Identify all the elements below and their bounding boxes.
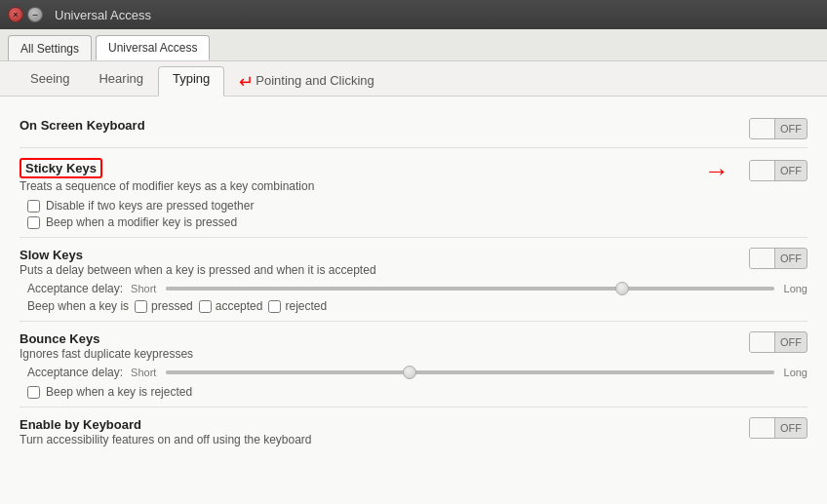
enable-by-keyboard-title: Enable by Keyboard (20, 417, 737, 432)
toggle-off-label: OFF (775, 165, 807, 176)
beep-accepted-label: accepted (216, 299, 263, 313)
sticky-keys-options: Disable if two keys are pressed together… (27, 199, 807, 229)
section-header: Enable by Keyboard Turn accessibility fe… (20, 417, 807, 446)
tabbar: Seeing Hearing Typing ↵Pointing and Clic… (0, 61, 827, 97)
disable-two-keys-checkbox[interactable] (27, 200, 40, 213)
beep-pressed-label: pressed (151, 299, 193, 313)
navbar: All Settings Universal Access (0, 29, 827, 61)
beep-rejected-row[interactable]: Beep when a key is rejected (27, 385, 807, 399)
on-screen-keyboard-toggle[interactable]: OFF (749, 118, 807, 139)
bounce-keys-slider-container: Short Long (131, 367, 807, 378)
tab-seeing[interactable]: Seeing (16, 66, 84, 97)
sticky-keys-title: Sticky Keys (20, 158, 704, 178)
acceptance-delay-label: Acceptance delay: (27, 282, 123, 295)
beep-modifier-row[interactable]: Beep when a modifier key is pressed (27, 215, 807, 229)
slow-keys-title: Slow Keys (20, 248, 737, 262)
bounce-beep-rejected-checkbox[interactable] (27, 386, 40, 399)
tab-typing[interactable]: Typing (158, 66, 224, 97)
toggle-knob (750, 119, 775, 138)
long-label: Long (784, 283, 807, 294)
nav-all-settings[interactable]: All Settings (8, 35, 92, 60)
sticky-keys-desc: Treats a sequence of modifier keys as a … (20, 179, 704, 193)
section-header: Sticky Keys Treats a sequence of modifie… (20, 158, 807, 193)
slow-keys-toggle[interactable]: OFF (749, 248, 807, 269)
slider-track (166, 370, 773, 374)
window-controls: × – (8, 7, 43, 22)
bounce-keys-toggle[interactable]: OFF (749, 331, 807, 353)
beep-accepted-item: accepted (199, 299, 263, 313)
enable-by-keyboard-toggle[interactable]: OFF (749, 417, 807, 439)
titlebar: × – Universal Access (0, 0, 827, 29)
sticky-keys-toggle[interactable]: OFF (749, 160, 807, 181)
sticky-keys-highlight: Sticky Keys (20, 158, 102, 178)
section-sticky-keys: Sticky Keys Treats a sequence of modifie… (20, 148, 807, 238)
short-label: Short (131, 367, 156, 378)
beep-modifier-label: Beep when a modifier key is pressed (46, 215, 237, 229)
acceptance-delay-label: Acceptance delay: (27, 366, 123, 379)
window-title: Universal Access (55, 8, 151, 22)
bounce-keys-delay-row: Acceptance delay: Short Long (27, 366, 807, 379)
disable-two-keys-label: Disable if two keys are pressed together (46, 199, 254, 213)
beep-modifier-checkbox[interactable] (27, 216, 40, 229)
sticky-keys-arrow-icon: → (704, 158, 729, 183)
tab-hearing[interactable]: Hearing (84, 66, 158, 97)
bounce-keys-desc: Ignores fast duplicate keypresses (20, 347, 737, 361)
tab-pointing[interactable]: ↵Pointing and Clicking (224, 66, 388, 97)
minimize-button[interactable]: – (27, 7, 43, 22)
bounce-keys-options: Beep when a key is rejected (27, 385, 807, 399)
nav-universal-access[interactable]: Universal Access (96, 35, 210, 60)
slow-keys-delay-row: Acceptance delay: Short Long (27, 282, 807, 295)
toggle-knob (750, 418, 775, 438)
bounce-beep-rejected-label: Beep when a key is rejected (46, 385, 192, 399)
beep-rejected-label: rejected (285, 299, 327, 313)
section-slow-keys: Slow Keys Puts a delay between when a ke… (20, 238, 807, 322)
short-label: Short (131, 283, 156, 294)
toggle-off-label: OFF (775, 123, 807, 135)
close-button[interactable]: × (8, 7, 23, 22)
slow-keys-slider-container: Short Long (131, 283, 807, 294)
beep-accepted-checkbox[interactable] (199, 300, 212, 313)
beep-pressed-checkbox[interactable] (135, 300, 147, 313)
toggle-knob (750, 249, 775, 268)
slow-keys-desc: Puts a delay between when a key is press… (20, 263, 737, 277)
on-screen-keyboard-title: On Screen Keyboard (20, 118, 737, 133)
section-enable-by-keyboard: Enable by Keyboard Turn accessibility fe… (20, 407, 807, 454)
long-label: Long (784, 367, 807, 378)
section-on-screen-keyboard: On Screen Keyboard OFF (20, 108, 807, 148)
beep-label: Beep when a key is (27, 299, 129, 313)
slow-keys-beep-row: Beep when a key is pressed accepted reje… (27, 299, 807, 313)
enable-by-keyboard-desc: Turn accessibility features on and off u… (20, 433, 737, 446)
bounce-keys-slider[interactable] (166, 370, 773, 374)
main-content: On Screen Keyboard OFF Sticky Keys Treat… (0, 97, 827, 504)
disable-two-keys-row[interactable]: Disable if two keys are pressed together (27, 199, 807, 213)
toggle-off-label: OFF (775, 252, 807, 264)
section-header: On Screen Keyboard OFF (20, 118, 807, 139)
slider-track (166, 287, 773, 291)
beep-pressed-item: pressed (135, 299, 193, 313)
bounce-keys-thumb[interactable] (403, 366, 416, 379)
beep-rejected-item: rejected (268, 299, 327, 313)
bounce-keys-title: Bounce Keys (20, 331, 737, 346)
section-header: Slow Keys Puts a delay between when a ke… (20, 248, 807, 277)
beep-rejected-checkbox[interactable] (268, 300, 281, 313)
slow-keys-slider[interactable] (166, 287, 773, 291)
section-bounce-keys: Bounce Keys Ignores fast duplicate keypr… (20, 322, 807, 407)
toggle-off-label: OFF (775, 336, 807, 348)
toggle-off-label: OFF (775, 422, 807, 434)
toggle-knob (750, 161, 775, 180)
toggle-knob (750, 332, 775, 352)
slow-keys-thumb[interactable] (615, 282, 629, 295)
section-header: Bounce Keys Ignores fast duplicate keypr… (20, 331, 807, 361)
